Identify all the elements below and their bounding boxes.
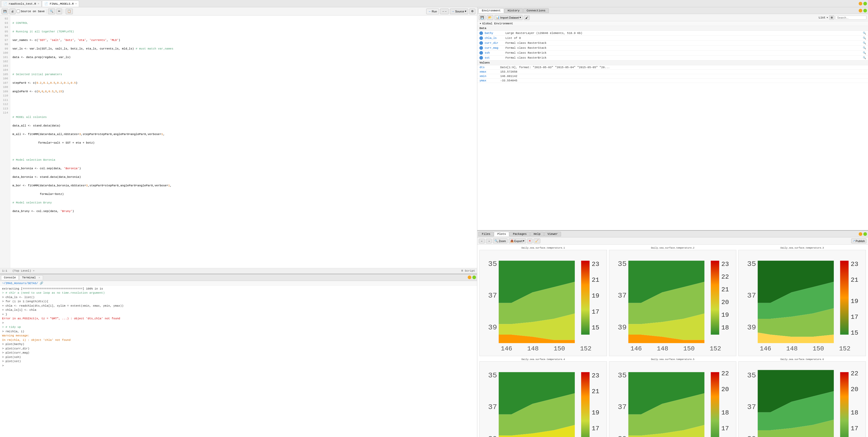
- source-dropdown-icon[interactable]: ▾: [465, 9, 466, 13]
- line-num-111: 111: [2, 98, 8, 102]
- tab-help[interactable]: Help: [530, 232, 544, 237]
- curr-mag-zoom[interactable]: 🔍: [863, 46, 866, 50]
- console-line-15: > plot(curr_dir): [2, 347, 475, 351]
- tab-connections[interactable]: Connections: [523, 8, 549, 13]
- tab-final-models-close[interactable]: ✕: [75, 2, 77, 5]
- plots-minimize-btn[interactable]: [859, 232, 862, 236]
- import-dataset-button[interactable]: 📊 Import Dataset ▾: [494, 15, 522, 20]
- source-button[interactable]: → Source ▾: [450, 8, 468, 14]
- run-next-button[interactable]: →→: [440, 8, 449, 14]
- env-row-curr-dir[interactable]: curr_dir Formal class RasterStack 🔍: [477, 41, 868, 45]
- tab-environment[interactable]: Environment: [478, 8, 504, 13]
- save-button[interactable]: 💾: [2, 8, 8, 14]
- grid-view-button[interactable]: ⊞: [829, 15, 834, 20]
- run-button[interactable]: → Run: [426, 8, 439, 14]
- code-editor: 92 93 94 95 96 97 98 99 100 101 102 103 …: [0, 15, 477, 268]
- sst-zoom[interactable]: 🔍: [863, 56, 866, 59]
- plots-maximize-btn[interactable]: [863, 232, 867, 236]
- plot-item-5[interactable]: Daily.sea.surface.temperature.5 35 37 39…: [609, 358, 737, 437]
- chla-ls-zoom[interactable]: 🔍: [863, 36, 866, 40]
- editor-minimize-btn[interactable]: [859, 2, 862, 5]
- console-minimize-btn[interactable]: [468, 276, 471, 279]
- editor-maximize-btn[interactable]: [863, 2, 867, 5]
- env-row-ymax[interactable]: ymax -33.554045: [477, 79, 868, 83]
- env-row-ssh[interactable]: ssh Formal class RasterBrick 🔍: [477, 51, 868, 56]
- tab-history[interactable]: History: [504, 8, 523, 13]
- tab-final-models[interactable]: 📄 FINAL_MODELS.R ✕: [42, 1, 79, 7]
- tab-files[interactable]: Files: [478, 232, 494, 237]
- plot-image-6[interactable]: 35 37 39 146 148 150 152: [738, 361, 866, 437]
- env-row-chla-ls[interactable]: chla_ls List of 0 🔍: [477, 36, 868, 41]
- env-row-curr-mag[interactable]: curr_mag Formal class RasterStack 🔍: [477, 45, 868, 51]
- tab-terminal-close[interactable]: ✕: [39, 276, 40, 279]
- plot-image-4[interactable]: 35 37 39 146 148 150 152: [479, 361, 607, 437]
- tab-terminal[interactable]: Terminal ✕: [19, 275, 43, 280]
- misc-button[interactable]: 📋: [66, 8, 73, 14]
- env-row-bathy[interactable]: bathy Large RasterLayer (129846 elements…: [477, 31, 868, 36]
- plot-item-3[interactable]: Daily.sea.surface.temperature.3 35 37 39…: [738, 247, 866, 356]
- code-line-98: # Selected initial paramaters: [12, 72, 475, 77]
- ymax-desc: -33.554045: [500, 79, 866, 82]
- curr-dir-zoom[interactable]: 🔍: [863, 41, 866, 44]
- console-path: ~/IMAS_Honours/SETAS/ 🔗: [0, 281, 477, 286]
- svg-text:39: 39: [488, 323, 497, 332]
- env-row-xmin[interactable]: xmin 146.881142: [477, 74, 868, 79]
- svg-text:39: 39: [747, 434, 756, 437]
- plot-image-1[interactable]: 35 37 39 146 148 150 152: [479, 250, 607, 356]
- brush-button[interactable]: 🖌: [524, 15, 530, 20]
- tab-raadtools[interactable]: 📄 raadtools_test.R ✕: [1, 1, 41, 7]
- bathy-zoom[interactable]: 🔍: [863, 32, 866, 35]
- tab-plots[interactable]: Plots: [494, 232, 509, 237]
- export-dropdown-icon[interactable]: ▾: [523, 239, 525, 243]
- code-line-112: formula=~botz): [12, 192, 475, 196]
- prev-plot-btn[interactable]: ←: [479, 239, 485, 243]
- tab-raadtools-close[interactable]: ✕: [38, 2, 39, 5]
- plot-image-2[interactable]: 35 37 39 146 148 150 152: [609, 250, 737, 356]
- clear-plots-btn[interactable]: 🧹: [533, 239, 540, 243]
- plot-item-1[interactable]: Daily.sea.surface.temperature.1 35 37 39…: [479, 247, 607, 356]
- tab-console[interactable]: Console: [1, 275, 19, 280]
- editor-tools-button[interactable]: ⚙: [469, 8, 475, 14]
- publish-button[interactable]: ↗ Publish: [851, 239, 866, 243]
- svg-text:17: 17: [592, 308, 599, 315]
- list-dropdown-icon[interactable]: ▾: [827, 16, 828, 19]
- plot-item-4[interactable]: Daily.sea.surface.temperature.4 35 37 39…: [479, 358, 607, 437]
- source-on-save-label[interactable]: Source on Save: [17, 9, 44, 13]
- save-env-button[interactable]: 💾: [479, 15, 486, 20]
- console-path-link-icon[interactable]: 🔗: [40, 282, 43, 285]
- export-button[interactable]: 📤 Export ▾: [509, 239, 526, 243]
- tab-viewer[interactable]: Viewer: [544, 232, 561, 237]
- env-minimize-btn[interactable]: [859, 9, 862, 12]
- import-dropdown-icon[interactable]: ▾: [520, 16, 521, 19]
- global-env-header[interactable]: ▾ Global Environment: [477, 21, 868, 26]
- plots-win-controls: [859, 232, 867, 236]
- source-on-save-checkbox[interactable]: [17, 9, 20, 13]
- plot-image-5[interactable]: 35 37 39 146 148 150 152: [609, 361, 737, 437]
- print-button[interactable]: 🖨: [9, 8, 16, 14]
- svg-rect-67: [581, 372, 590, 437]
- env-row-dts[interactable]: dts Date[1:9], format: "2015-05-03" "201…: [477, 65, 868, 70]
- console-output[interactable]: extracting [============================…: [0, 286, 477, 437]
- env-search-input[interactable]: [835, 15, 866, 20]
- format-button[interactable]: ✏: [56, 8, 62, 14]
- console-tab-bar: Console Terminal ✕: [0, 274, 477, 281]
- env-row-xmax[interactable]: xmax 153.572658: [477, 70, 868, 74]
- console-maximize-btn[interactable]: [472, 276, 476, 279]
- env-row-sst[interactable]: sst Formal class RasterBrick 🔍: [477, 56, 868, 60]
- console-line-3: > chla_ls <- list(): [2, 295, 475, 300]
- env-maximize-btn[interactable]: [863, 9, 867, 12]
- zoom-button[interactable]: 🔍 Zoom: [493, 239, 507, 243]
- plot-item-2[interactable]: Daily.sea.surface.temperature.2 35 37 39…: [609, 247, 737, 356]
- plot-item-6[interactable]: Daily.sea.surface.temperature.6 35 37 39…: [738, 358, 866, 437]
- search-button[interactable]: 🔍: [48, 8, 55, 14]
- svg-rect-30: [711, 261, 719, 335]
- plot-image-3[interactable]: 35 37 39 146 148 150 152: [738, 250, 866, 356]
- svg-text:37: 37: [488, 403, 497, 411]
- code-content[interactable]: # CONTROL # Running it all together (TEM…: [10, 15, 477, 268]
- line-num-98: 98: [2, 42, 8, 46]
- next-plot-btn[interactable]: →: [486, 239, 492, 243]
- load-env-button[interactable]: 📂: [487, 15, 493, 20]
- tab-packages[interactable]: Packages: [509, 232, 530, 237]
- ssh-zoom[interactable]: 🔍: [863, 51, 866, 55]
- delete-plot-btn[interactable]: ✕: [527, 239, 532, 243]
